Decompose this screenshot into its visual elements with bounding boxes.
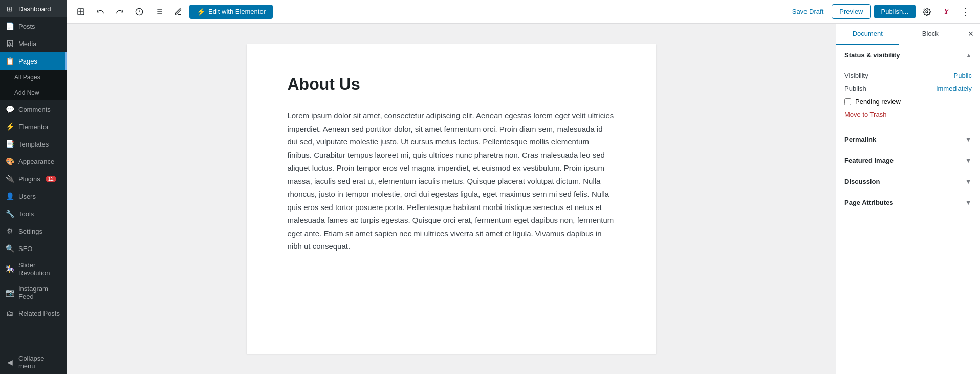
- sidebar-item-settings[interactable]: ⚙ Settings: [0, 222, 67, 240]
- discussion-title: Discussion: [844, 178, 880, 185]
- featured-image-header[interactable]: Featured image ▼: [836, 150, 980, 171]
- sidebar-item-pages[interactable]: 📋 Pages: [0, 52, 67, 70]
- sidebar-item-label: Instagram Feed: [18, 285, 61, 300]
- discussion-section: Discussion ▼: [836, 171, 980, 192]
- pages-submenu: All Pages Add New: [0, 70, 67, 100]
- publish-button[interactable]: Publish...: [874, 5, 916, 18]
- add-block-button[interactable]: [73, 4, 89, 20]
- sidebar-item-label: Settings: [18, 227, 42, 235]
- sidebar-item-all-pages[interactable]: All Pages: [0, 70, 67, 85]
- collapse-menu-button[interactable]: ◀ Collapse menu: [0, 350, 67, 374]
- discussion-header[interactable]: Discussion ▼: [836, 171, 980, 192]
- collapse-label: Collapse menu: [18, 355, 61, 370]
- settings-panel-button[interactable]: [919, 4, 935, 20]
- appearance-icon: 🎨: [5, 157, 14, 166]
- sidebar-item-posts[interactable]: 📄 Posts: [0, 17, 67, 35]
- move-to-trash-link[interactable]: Move to Trash: [844, 109, 972, 120]
- sidebar-item-label: Comments: [18, 106, 51, 113]
- sidebar-item-label: Templates: [18, 140, 49, 148]
- status-visibility-title: Status & visibility: [844, 51, 900, 59]
- editor-area: About Us Lorem ipsum dolor sit amet, con…: [67, 24, 836, 374]
- sidebar-item-label: Users: [18, 193, 36, 200]
- sidebar-item-instagram-feed[interactable]: 📷 Instagram Feed: [0, 281, 67, 304]
- preview-label: Preview: [839, 8, 863, 15]
- elementor-icon-small: ⚡: [197, 8, 205, 16]
- edit-mode-button[interactable]: [170, 4, 186, 20]
- more-options-button[interactable]: ⋮: [957, 4, 974, 20]
- pages-icon: 📋: [5, 56, 14, 66]
- sidebar-item-label: Pages: [18, 57, 37, 65]
- publish-value[interactable]: Immediately: [936, 85, 972, 92]
- slider-icon: 🎠: [5, 264, 14, 274]
- preview-button[interactable]: Preview: [832, 4, 870, 19]
- info-button[interactable]: [131, 4, 147, 20]
- sidebar-item-seo[interactable]: 🔍 SEO: [0, 240, 67, 257]
- sidebar-item-plugins[interactable]: 🔌 Plugins 12: [0, 170, 67, 188]
- sidebar-item-users[interactable]: 👤 Users: [0, 188, 67, 205]
- sidebar-item-label: Posts: [18, 23, 35, 30]
- svg-point-12: [926, 11, 928, 13]
- main-area: ⚡ Edit with Elementor Save Draft Preview…: [67, 0, 980, 374]
- sidebar-item-slider-revolution[interactable]: 🎠 Slider Revolution: [0, 257, 67, 281]
- sidebar-item-comments[interactable]: 💬 Comments: [0, 100, 67, 118]
- sidebar-item-label: SEO: [18, 245, 32, 253]
- all-pages-label: All Pages: [14, 74, 40, 81]
- chevron-down-icon-2: ▼: [965, 156, 972, 164]
- chevron-down-icon-3: ▼: [965, 177, 972, 185]
- sidebar-item-label: Slider Revolution: [18, 261, 61, 277]
- sidebar: ⊞ Dashboard 📄 Posts 🖼 Media 📋 Pages All …: [0, 0, 67, 374]
- collapse-icon: ◀: [5, 358, 14, 367]
- related-posts-icon: 🗂: [5, 308, 14, 318]
- tab-document[interactable]: Document: [836, 24, 899, 45]
- page-attributes-title: Page Attributes: [844, 199, 894, 206]
- edit-with-elementor-button[interactable]: ⚡ Edit with Elementor: [189, 5, 273, 19]
- visibility-row: Visibility Public: [844, 69, 972, 82]
- sidebar-item-media[interactable]: 🖼 Media: [0, 35, 67, 52]
- sidebar-item-tools[interactable]: 🔧 Tools: [0, 205, 67, 222]
- page-attributes-header[interactable]: Page Attributes ▼: [836, 192, 980, 213]
- editor-content: About Us Lorem ipsum dolor sit amet, con…: [247, 44, 656, 354]
- page-attributes-section: Page Attributes ▼: [836, 192, 980, 213]
- permalink-title: Permalink: [844, 136, 876, 143]
- templates-icon: 📑: [5, 139, 14, 149]
- sidebar-item-label: Plugins: [18, 175, 40, 183]
- pending-review-label[interactable]: Pending review: [855, 98, 901, 106]
- status-visibility-header[interactable]: Status & visibility ▲: [836, 45, 980, 65]
- plugins-badge: 12: [46, 176, 56, 182]
- panel-header: Document Block ×: [836, 24, 980, 45]
- save-draft-button[interactable]: Save Draft: [787, 5, 829, 18]
- right-panel: Document Block × Status & visibility ▲ V…: [836, 24, 980, 374]
- tab-block[interactable]: Block: [899, 24, 962, 45]
- panel-close-button[interactable]: ×: [962, 25, 980, 44]
- redo-button[interactable]: [112, 4, 128, 20]
- sidebar-item-label: Dashboard: [18, 5, 51, 13]
- sidebar-item-label: Tools: [18, 210, 34, 218]
- sidebar-item-elementor[interactable]: ⚡ Elementor: [0, 118, 67, 135]
- posts-icon: 📄: [5, 22, 14, 31]
- visibility-value[interactable]: Public: [954, 72, 972, 79]
- more-icon: ⋮: [961, 6, 971, 17]
- sidebar-item-add-new[interactable]: Add New: [0, 85, 67, 100]
- permalink-section: Permalink ▼: [836, 129, 980, 150]
- comments-icon: 💬: [5, 105, 14, 114]
- sidebar-item-related-posts[interactable]: 🗂 Related Posts: [0, 304, 67, 322]
- users-icon: 👤: [5, 192, 14, 201]
- plugins-icon: 🔌: [5, 174, 14, 183]
- list-view-button[interactable]: [150, 4, 167, 20]
- toolbar: ⚡ Edit with Elementor Save Draft Preview…: [67, 0, 980, 24]
- yoast-button[interactable]: Y: [938, 4, 954, 20]
- yoast-label: Y: [944, 7, 948, 16]
- edit-elementor-label: Edit with Elementor: [208, 8, 266, 15]
- page-title: About Us: [288, 75, 615, 94]
- sidebar-item-label: Elementor: [18, 123, 49, 131]
- permalink-header[interactable]: Permalink ▼: [836, 129, 980, 150]
- page-body[interactable]: Lorem ipsum dolor sit amet, consectetur …: [288, 109, 615, 253]
- instagram-icon: 📷: [5, 288, 14, 297]
- sidebar-item-templates[interactable]: 📑 Templates: [0, 135, 67, 153]
- sidebar-item-dashboard[interactable]: ⊞ Dashboard: [0, 0, 67, 17]
- undo-button[interactable]: [92, 4, 108, 20]
- sidebar-item-appearance[interactable]: 🎨 Appearance: [0, 153, 67, 170]
- visibility-label: Visibility: [844, 72, 868, 79]
- status-visibility-content: Visibility Public Publish Immediately Pe…: [836, 65, 980, 129]
- pending-review-checkbox[interactable]: [844, 98, 851, 105]
